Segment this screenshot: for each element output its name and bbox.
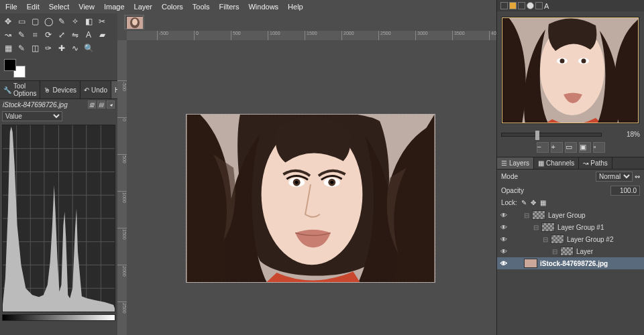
tool-heal[interactable]: ✚ (56, 42, 68, 54)
layer-name[interactable]: iStock-847698726.jpg (540, 260, 608, 267)
tool-crop[interactable]: ⌗ (29, 29, 41, 41)
hist-menu-button-2[interactable]: ▤ (97, 100, 105, 109)
lock-position-icon[interactable]: ✥ (531, 199, 536, 206)
menu-windows[interactable]: Windows (248, 3, 278, 11)
tool-ellipse-select[interactable]: ◯ (42, 15, 54, 27)
hdr-icon-4[interactable] (527, 2, 534, 9)
layer-name[interactable]: Layer Group #1 (557, 224, 604, 231)
tool-rotate[interactable]: ⟳ (42, 29, 54, 41)
tool-color-picker[interactable]: ✎ (15, 29, 28, 41)
menu-colors[interactable]: Colors (162, 3, 183, 11)
mode-label: Mode (501, 173, 518, 180)
layer-thumbnail (541, 222, 555, 232)
hdr-icon-5[interactable] (535, 2, 543, 9)
menu-edit[interactable]: Edit (27, 3, 40, 11)
histogram-range-slider[interactable] (2, 314, 115, 321)
tool-scale[interactable]: ⤢ (56, 29, 68, 41)
histogram-channel-select[interactable]: Value (2, 111, 62, 121)
menu-help[interactable]: Help (288, 3, 303, 11)
zoom-in-button[interactable]: + (551, 142, 563, 153)
workspace[interactable] (127, 40, 496, 335)
menu-tools[interactable]: Tools (193, 3, 210, 11)
tool-fuzzy-select[interactable]: ✧ (69, 15, 81, 27)
document-tab[interactable] (124, 15, 144, 29)
layer-row[interactable]: 👁⊟Layer Group #1 (497, 221, 644, 233)
tool-blend[interactable]: ▦ (2, 42, 14, 54)
layer-name[interactable]: Layer Group #2 (567, 236, 614, 243)
visibility-toggle-icon[interactable]: 👁 (500, 212, 508, 219)
opacity-value[interactable]: 100.0 (610, 186, 640, 196)
navigation-viewport-frame (502, 17, 639, 123)
zoom-fit-button[interactable]: ▭ (565, 142, 577, 153)
tool-flip[interactable]: ⇋ (69, 29, 81, 41)
tool-text[interactable]: A (83, 29, 95, 41)
tool-align[interactable]: ▭ (15, 15, 28, 27)
tool-scissors[interactable]: ✂ (96, 15, 108, 27)
layer-name[interactable]: Layer (576, 248, 593, 255)
tool-paintbrush[interactable]: ✎ (15, 42, 28, 54)
menu-select[interactable]: Select (49, 3, 70, 11)
visibility-toggle-icon[interactable]: 👁 (500, 260, 508, 267)
svg-point-24 (330, 181, 333, 184)
zoom-slider[interactable] (501, 133, 602, 137)
color-swatches[interactable] (4, 59, 25, 78)
paths-icon: ↝ (583, 159, 588, 167)
navigation-preview[interactable] (501, 17, 639, 124)
tab-paths[interactable]: ↝Paths (579, 157, 612, 169)
tab-channels[interactable]: ▦Channels (534, 157, 579, 169)
tool-bucket[interactable]: ▰ (96, 29, 108, 41)
zoom-slider-thumb[interactable] (535, 131, 539, 140)
menu-filters[interactable]: Filters (219, 3, 239, 11)
menu-view[interactable]: View (78, 3, 95, 11)
blend-mode-select[interactable]: Normal (596, 172, 633, 182)
tool-rect-select[interactable]: ▢ (29, 15, 41, 27)
layer-row[interactable]: 👁iStock-847698726.jpg (497, 257, 644, 269)
zoom-out-button[interactable]: − (537, 142, 549, 153)
expand-toggle-icon[interactable]: ⊟ (543, 236, 548, 243)
vertical-ruler: -5000500 100015002000 2500 (117, 40, 127, 335)
tool-eraser[interactable]: ◫ (29, 42, 41, 54)
expand-toggle-icon[interactable]: ⊟ (552, 248, 557, 255)
hist-menu-button-1[interactable]: ▥ (88, 100, 96, 109)
toolbox: ✥ ▭ ▢ ◯ ✎ ✧ ◧ ✂ ↝ ✎ ⌗ ⟳ ⤢ ⇋ A ▰ ▦ ✎ ◫ ✑ … (0, 13, 117, 56)
tab-devices[interactable]: 🖱Devices (40, 81, 80, 98)
zoom-100-button[interactable]: ▣ (579, 142, 591, 153)
visibility-toggle-icon[interactable]: 👁 (500, 236, 508, 243)
visibility-toggle-icon[interactable]: 👁 (500, 248, 508, 255)
hist-menu-button-3[interactable]: ◂ (107, 100, 115, 109)
zoom-percent-label: 18% (627, 131, 640, 138)
layer-row[interactable]: 👁⊟Layer Group #2 (497, 233, 644, 245)
mode-toggle-icon[interactable]: ↭ (635, 173, 640, 180)
hdr-icon-2[interactable] (509, 2, 517, 9)
menu-image[interactable]: Image (104, 3, 125, 11)
menu-file[interactable]: File (5, 3, 17, 11)
tab-tool-options[interactable]: 🔧Tool Options (0, 81, 40, 98)
tab-undo[interactable]: ↶Undo (80, 81, 111, 98)
layer-name[interactable]: Layer Group (548, 212, 586, 219)
tool-zoom[interactable]: 🔍 (83, 42, 95, 54)
hdr-icon-1[interactable] (500, 2, 508, 9)
tab-layers[interactable]: ☰Layers (497, 157, 534, 169)
tool-free-select[interactable]: ✎ (56, 15, 68, 27)
lock-alpha-icon[interactable]: ▦ (540, 199, 546, 206)
hdr-icon-text[interactable]: A (544, 2, 551, 9)
right-panel-header-icons: A (497, 0, 644, 11)
menu-layer[interactable]: Layer (134, 3, 153, 11)
expand-toggle-icon[interactable]: ⊟ (533, 224, 539, 231)
layers-icon: ☰ (501, 159, 507, 167)
right-dock-tabs: ☰Layers ▦Channels ↝Paths (497, 157, 644, 170)
hdr-icon-3[interactable] (518, 2, 525, 9)
tool-move[interactable]: ✥ (2, 15, 14, 27)
layer-row[interactable]: 👁⊟Layer Group (497, 209, 644, 221)
tool-smudge[interactable]: ∿ (69, 42, 81, 54)
visibility-toggle-icon[interactable]: 👁 (500, 224, 508, 231)
lock-pixels-icon[interactable]: ✎ (521, 199, 527, 206)
layer-row[interactable]: 👁⊟Layer (497, 245, 644, 257)
expand-toggle-icon[interactable]: ⊟ (524, 212, 529, 219)
canvas-image[interactable] (186, 114, 435, 283)
tool-paths[interactable]: ↝ (2, 29, 14, 41)
tool-color-select[interactable]: ◧ (83, 15, 95, 27)
zoom-shrink-button[interactable]: ▫ (593, 142, 605, 153)
foreground-color-swatch[interactable] (4, 59, 16, 71)
tool-clone[interactable]: ✑ (42, 42, 54, 54)
